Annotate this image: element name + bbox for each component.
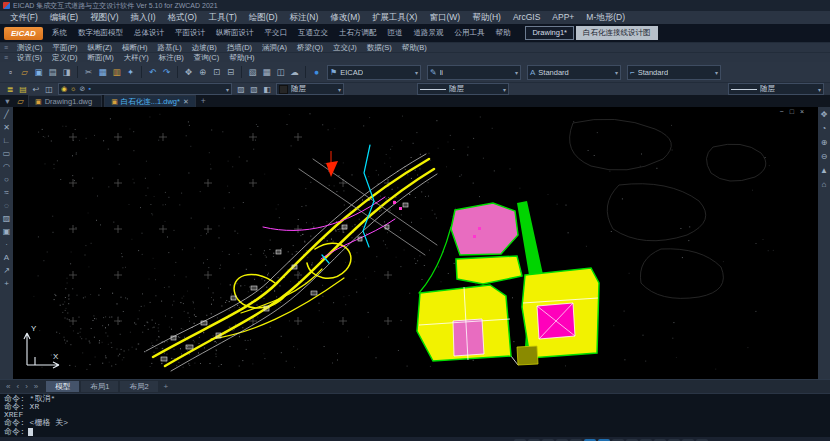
make-object-layer-icon[interactable]: ▨	[235, 84, 247, 95]
home-view-icon[interactable]: ⌂	[819, 179, 830, 191]
toolbar-icon[interactable]	[141, 66, 142, 78]
layout-tab[interactable]: 布局1	[81, 381, 118, 392]
sub-menu-item[interactable]: 测设(C)	[12, 43, 47, 52]
drawing-canvas[interactable]: YX	[13, 107, 818, 375]
text-icon[interactable]: A	[1, 252, 12, 264]
sub-menu-item[interactable]: 横断(H)	[117, 43, 152, 52]
layer-dropdown[interactable]: ◉☼⊘▪ ▾	[58, 83, 232, 95]
menu-item[interactable]: 工具(T)	[203, 11, 243, 24]
arc-icon[interactable]: ◠	[1, 161, 12, 173]
layer-isolate-icon[interactable]: ◫	[43, 84, 55, 95]
eicad-menu-item[interactable]: 公用工具	[454, 28, 484, 38]
zoom-previous-icon[interactable]: ⊟	[224, 65, 237, 79]
layout-tab[interactable]: 模型	[46, 381, 79, 392]
eicad-menu-item[interactable]: 平面设计	[175, 28, 205, 38]
eicad-menu-item[interactable]: 数字地面模型	[78, 28, 123, 38]
doc-minimize-button[interactable]: −	[780, 107, 784, 116]
command-line-panel[interactable]: 命令: *取消*命令: XRXREF命令: <栅格 关> 命令:	[0, 393, 830, 437]
parcel-pink-north[interactable]	[451, 203, 518, 255]
menu-item[interactable]: ArcGIS	[507, 11, 546, 24]
menu-item[interactable]: 编辑(E)	[44, 11, 84, 24]
render-sphere-icon[interactable]: ●	[310, 65, 323, 79]
eicad-menu-item[interactable]: 纵断面设计	[216, 28, 254, 38]
menu-item[interactable]: 帮助(H)	[466, 11, 507, 24]
table-icon[interactable]: ▦	[260, 65, 273, 79]
new-tab-icon[interactable]: +	[198, 96, 209, 107]
zoom-in-icon[interactable]: ⊕	[819, 137, 830, 149]
sub-menu-item[interactable]: 路基(L)	[153, 43, 187, 52]
menu-item[interactable]: 扩展工具(X)	[366, 11, 423, 24]
hatch-icon[interactable]: ▨	[1, 213, 12, 225]
open-folder-icon[interactable]: ▱	[18, 65, 31, 79]
menu-item[interactable]: 窗口(W)	[423, 11, 466, 24]
sub-menu-item[interactable]: 纵断(Z)	[83, 43, 118, 52]
sub-menu-item[interactable]: 帮助(H)	[224, 53, 259, 62]
block-icon[interactable]: ▣	[1, 226, 12, 238]
eicad-menu-item[interactable]: 平交口	[264, 28, 287, 38]
undo-icon[interactable]: ↶	[146, 65, 159, 79]
document-tab[interactable]: ▣ 白石化连...1.dwg* ✕	[104, 95, 196, 107]
close-icon[interactable]: ✕	[183, 96, 189, 107]
menu-item[interactable]: 绘图(D)	[243, 11, 284, 24]
layer-previous-icon[interactable]: ↩	[30, 84, 42, 95]
menu-item[interactable]: 标注(N)	[284, 11, 325, 24]
plus-icon[interactable]: +	[1, 278, 12, 290]
sub-menu-item[interactable]: 平面(P)	[48, 43, 83, 52]
canvas-background[interactable]	[13, 107, 818, 375]
menu-item[interactable]: 格式(O)	[162, 11, 203, 24]
zoom-realtime-icon[interactable]: ⊕	[196, 65, 209, 79]
eicad-menu-item[interactable]: 土石方调配	[339, 28, 377, 38]
eicad-menu-item[interactable]: 总体设计	[134, 28, 164, 38]
tab-nav-icon[interactable]: ›	[23, 382, 30, 391]
doc-restore-button[interactable]: □	[790, 107, 794, 116]
toolbar-icon[interactable]	[305, 66, 306, 78]
document-tab[interactable]: ▣ Drawing1.dwg	[28, 95, 102, 107]
sub-menu-item[interactable]: 数据(S)	[362, 43, 397, 52]
toolbar-icon[interactable]	[77, 66, 78, 78]
layout-tab[interactable]: 布局2	[120, 381, 157, 392]
copy-icon[interactable]: ▦	[96, 65, 109, 79]
sub-menu-item[interactable]: 查询(C)	[189, 53, 224, 62]
layer-match-icon[interactable]: ◧	[261, 84, 273, 95]
menu-item[interactable]: M-地形(D)	[580, 11, 631, 24]
tab-nav-icon[interactable]: «	[4, 382, 12, 391]
sheet-set-icon[interactable]: ▧	[246, 65, 259, 79]
plot-icon[interactable]: ▤	[46, 65, 59, 79]
polyline-icon[interactable]: ∟	[1, 135, 12, 147]
eicad-menu-item[interactable]: 道路景观	[413, 28, 443, 38]
spline-icon[interactable]: ≈	[1, 187, 12, 199]
rectangle-icon[interactable]: ▭	[1, 148, 12, 160]
toolbar-icon[interactable]	[241, 66, 242, 78]
sub-menu-item[interactable]: 桥梁(Q)	[292, 43, 328, 52]
toolbar-icon[interactable]	[177, 66, 178, 78]
sub-menu-item[interactable]: 定义(D)	[47, 53, 82, 62]
circle-icon[interactable]: ○	[1, 174, 12, 186]
command-cursor[interactable]	[28, 428, 33, 436]
leader-icon[interactable]: ↗	[1, 265, 12, 277]
sub-menu-item[interactable]: 涵洞(A)	[257, 43, 292, 52]
parcel-pink-west[interactable]	[453, 319, 484, 356]
eicad-doc-tab[interactable]: 白石化连接线设计图	[576, 26, 658, 40]
eicad-menu-item[interactable]: 系统	[52, 28, 67, 38]
parcel-olive-south[interactable]	[517, 346, 538, 365]
match-properties-icon[interactable]: ✦	[124, 65, 137, 79]
save-icon[interactable]: ▣	[32, 65, 45, 79]
pan-hand-icon[interactable]: ✥	[819, 109, 830, 121]
sub-menu-item[interactable]: 断面(M)	[83, 53, 119, 62]
sub-menu-item[interactable]: 大样(Y)	[119, 53, 154, 62]
lineweight-dropdown[interactable]: 随层 ▾	[728, 83, 824, 95]
menu-item[interactable]: 文件(F)	[4, 11, 44, 24]
preview-icon[interactable]: ◨	[60, 65, 73, 79]
sub-menu-item[interactable]: 边坡(B)	[187, 43, 222, 52]
drawing-area[interactable]: −□× YX	[13, 107, 818, 379]
tab-nav-icon[interactable]: ‹	[14, 382, 21, 391]
orbit-icon[interactable]: ◔	[819, 123, 830, 135]
zoom-window-icon[interactable]: ⊡	[210, 65, 223, 79]
zoom-out-icon[interactable]: ⊖	[819, 151, 830, 163]
redo-icon[interactable]: ↷	[160, 65, 173, 79]
pan-icon[interactable]: ✥	[182, 65, 195, 79]
tab-nav-icon[interactable]: »	[32, 382, 40, 391]
cad-standard-dropdown[interactable]: ⚑ EICAD ▾	[327, 65, 421, 80]
line-icon[interactable]: ╱	[1, 109, 12, 121]
construction-line-icon[interactable]: ✕	[1, 122, 12, 134]
